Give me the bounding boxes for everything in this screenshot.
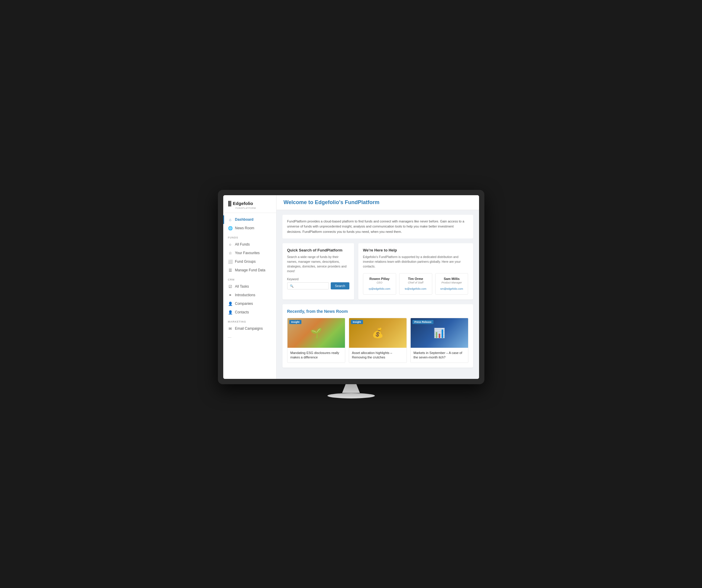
- news-card-asset[interactable]: Insight Asset allocation highlights – Re…: [349, 318, 407, 363]
- stand-base: [328, 393, 375, 398]
- contact-name-2: Sam Millis: [439, 277, 465, 281]
- contact-role-0: CEO: [366, 281, 393, 284]
- news-badge-asset: Insight: [351, 320, 363, 324]
- sidebar-item-newsroom[interactable]: 🌐 News Room: [223, 224, 276, 232]
- contact-email-1[interactable]: to@edgefolio.com: [405, 287, 426, 290]
- news-headline-asset: Asset allocation highlights – Removing t…: [352, 351, 403, 360]
- contact-email-2[interactable]: sm@edgefolio.com: [440, 287, 463, 290]
- help-card: We're Here to Help Edgefolio's FundPlatf…: [358, 243, 473, 299]
- search-input[interactable]: [295, 284, 326, 288]
- contact-name-0: Rowen Pillay: [366, 277, 393, 281]
- help-desc: Edgefolio's FundPlatform is supported by…: [363, 255, 468, 269]
- stand-neck: [342, 384, 360, 393]
- main-content: Welcome to Edgefolio's FundPlatform Fund…: [276, 195, 479, 379]
- quick-search-title: Quick Search of FundPlatform: [287, 248, 349, 253]
- logo-icon: |||: [228, 200, 231, 207]
- news-info-asset: Asset allocation highlights – Removing t…: [349, 348, 406, 363]
- sidebar-label-fund-groups: Fund Groups: [235, 260, 256, 264]
- sidebar-divider: —: [223, 333, 276, 342]
- folder-icon: ⬜: [228, 260, 233, 264]
- page-body: FundPlatform provides a cloud-based plat…: [276, 210, 479, 373]
- sidebar: ||| Edgefolio FUNDPLATFORM ⌂ Dashboard 🌐…: [223, 195, 276, 379]
- news-section: Recently, from the News Room Insight Man…: [282, 304, 473, 368]
- news-image-asset: Insight: [349, 318, 406, 348]
- sidebar-label-email-campaigns: Email Campaigns: [235, 326, 263, 330]
- news-headline-markets: Markets in September – A case of the sev…: [414, 351, 465, 360]
- sidebar-item-contacts[interactable]: 👤 Contacts: [223, 308, 276, 317]
- news-grid: Insight Mandating ESG disclosures really…: [287, 318, 468, 363]
- news-image-markets: Press Release: [411, 318, 468, 348]
- quick-search-desc: Search a wide range of funds by their na…: [287, 255, 349, 273]
- sidebar-label-introductions: Introductions: [235, 293, 255, 297]
- sidebar-label-contacts: Contacts: [235, 310, 249, 314]
- news-card-markets[interactable]: Press Release Markets in September – A c…: [411, 318, 468, 363]
- star-icon: ☆: [228, 251, 233, 255]
- news-info-esg: Mandating ESG disclosures really makes a…: [287, 348, 345, 363]
- keyword-label: Keyword: [287, 278, 349, 281]
- logo-name: Edgefolio: [233, 201, 253, 206]
- cards-row: Quick Search of FundPlatform Search a wi…: [282, 243, 473, 299]
- sidebar-label-all-funds: All Funds: [235, 242, 250, 247]
- company-icon: 👤: [228, 302, 233, 306]
- sidebar-label-favourites: Your Favourites: [235, 251, 260, 255]
- sidebar-item-all-funds[interactable]: ○ All Funds: [223, 240, 276, 249]
- logo: ||| Edgefolio FUNDPLATFORM: [223, 195, 276, 213]
- sidebar-item-favourites[interactable]: ☆ Your Favourites: [223, 249, 276, 258]
- sidebar-item-companies[interactable]: 👤 Companies: [223, 299, 276, 308]
- contact-card-2: Sam Millis Product Manager sm@edgefolio.…: [435, 273, 468, 295]
- search-input-wrap[interactable]: 🔍: [287, 282, 329, 289]
- news-section-title: Recently, from the News Room: [287, 309, 468, 314]
- sidebar-label-dashboard: Dashboard: [235, 217, 254, 221]
- contact-card-1: Tim Orme Chief of Staff to@edgefolio.com: [399, 273, 432, 295]
- help-title: We're Here to Help: [363, 248, 468, 253]
- search-button[interactable]: Search: [331, 282, 349, 289]
- contact-icon: 👤: [228, 310, 233, 315]
- news-headline-esg: Mandating ESG disclosures really makes a…: [290, 351, 342, 360]
- sidebar-item-all-tasks[interactable]: ☑ All Tasks: [223, 282, 276, 291]
- contact-role-2: Product Manager: [439, 281, 465, 284]
- search-icon: ○: [228, 242, 233, 247]
- quick-search-card: Quick Search of FundPlatform Search a wi…: [282, 243, 354, 299]
- sidebar-label-newsroom: News Room: [235, 226, 254, 230]
- intro-text: FundPlatform provides a cloud-based plat…: [282, 215, 473, 239]
- sidebar-item-dashboard[interactable]: ⌂ Dashboard: [223, 215, 276, 224]
- crm-section-label: CRM: [223, 275, 276, 282]
- email-icon: ✉: [228, 326, 233, 331]
- news-badge-markets: Press Release: [413, 320, 434, 324]
- database-icon: ☰: [228, 268, 233, 273]
- page-title: Welcome to Edgefolio's FundPlatform: [284, 199, 472, 206]
- contact-email-0[interactable]: rp@edgefolio.com: [369, 287, 390, 290]
- sidebar-item-email-campaigns[interactable]: ✉ Email Campaigns: [223, 324, 276, 333]
- contacts-grid: Rowen Pillay CEO rp@edgefolio.com Tim Or…: [363, 273, 468, 295]
- news-card-esg[interactable]: Insight Mandating ESG disclosures really…: [287, 318, 345, 363]
- contact-name-1: Tim Orme: [402, 277, 429, 281]
- sidebar-nav: ⌂ Dashboard 🌐 News Room FUNDS ○ All Fund…: [223, 213, 276, 379]
- home-icon: ⌂: [228, 217, 233, 222]
- search-row: 🔍 Search: [287, 282, 349, 289]
- sidebar-label-manage-fund: Manage Fund Data: [235, 268, 265, 272]
- sidebar-label-all-tasks: All Tasks: [235, 284, 249, 289]
- contact-card-0: Rowen Pillay CEO rp@edgefolio.com: [363, 273, 396, 295]
- news-image-esg: Insight: [287, 318, 345, 348]
- globe-icon: 🌐: [228, 226, 233, 230]
- checkbox-icon: ☑: [228, 284, 233, 289]
- logo-subtitle: FUNDPLATFORM: [236, 207, 271, 209]
- funds-section-label: FUNDS: [223, 232, 276, 240]
- sidebar-item-manage-fund[interactable]: ☰ Manage Fund Data: [223, 266, 276, 275]
- search-input-icon: 🔍: [290, 284, 294, 288]
- page-header: Welcome to Edgefolio's FundPlatform: [276, 195, 479, 210]
- news-info-markets: Markets in September – A case of the sev…: [411, 348, 468, 363]
- link-icon: ⚭: [228, 293, 233, 297]
- sidebar-item-fund-groups[interactable]: ⬜ Fund Groups: [223, 258, 276, 266]
- contact-role-1: Chief of Staff: [402, 281, 429, 284]
- monitor-stand: [218, 384, 484, 398]
- sidebar-label-companies: Companies: [235, 302, 253, 306]
- marketing-section-label: MARKETING: [223, 317, 276, 324]
- sidebar-item-introductions[interactable]: ⚭ Introductions: [223, 291, 276, 299]
- news-badge-esg: Insight: [289, 320, 302, 324]
